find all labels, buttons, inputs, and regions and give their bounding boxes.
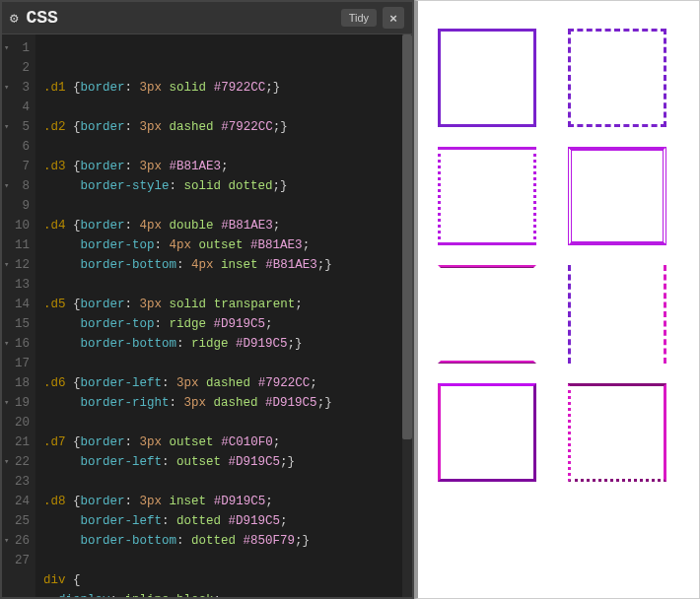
code-line[interactable]: border-bottom: dotted #850F79;} xyxy=(43,531,404,551)
line-number: 22 xyxy=(6,452,30,472)
code-line[interactable]: border-style: solid dotted;} xyxy=(43,176,404,196)
line-number: 11 xyxy=(6,235,30,255)
code-line[interactable] xyxy=(43,354,404,373)
line-number: 20 xyxy=(6,413,30,433)
code-line[interactable]: border-top: ridge #D919C5; xyxy=(43,314,404,334)
line-number: 17 xyxy=(6,354,30,373)
preview-box-d8 xyxy=(568,383,666,482)
preview-box-d1 xyxy=(438,29,536,127)
line-number: 7 xyxy=(6,157,30,176)
code-line[interactable] xyxy=(43,472,404,492)
code-line[interactable] xyxy=(43,551,404,570)
editor-header: ⚙ CSS Tidy × xyxy=(2,2,412,34)
preview-box-d2 xyxy=(568,29,666,127)
gear-icon[interactable]: ⚙ xyxy=(10,10,18,27)
line-number: 15 xyxy=(6,314,30,334)
line-number: 14 xyxy=(6,295,30,314)
close-button[interactable]: × xyxy=(383,7,404,29)
scrollbar-thumb[interactable] xyxy=(402,34,412,439)
code-line[interactable] xyxy=(43,275,404,295)
code-line[interactable]: border-bottom: ridge #D919C5;} xyxy=(43,334,404,354)
scrollbar-track[interactable] xyxy=(402,34,412,597)
preview-row xyxy=(438,265,679,364)
code-line[interactable]: .d4 {border: 4px double #B81AE3; xyxy=(43,216,404,235)
line-number: 4 xyxy=(6,98,30,117)
code-area[interactable]: 1234567891011121314151617181920212223242… xyxy=(2,34,412,597)
preview-box-d3 xyxy=(438,147,536,245)
line-number: 18 xyxy=(6,373,30,393)
preview-box-d6 xyxy=(568,265,666,364)
preview-box-d4 xyxy=(568,147,666,245)
code-line[interactable] xyxy=(43,413,404,433)
panel-title: CSS xyxy=(26,8,340,28)
line-number: 25 xyxy=(6,511,30,531)
line-number: 3 xyxy=(6,78,30,98)
code-line[interactable]: .d7 {border: 3px outset #C010F0; xyxy=(43,433,404,452)
code-line[interactable]: border-right: 3px dashed #D919C5;} xyxy=(43,393,404,413)
code-line[interactable]: .d5 {border: 3px solid transparent; xyxy=(43,295,404,314)
line-number: 12 xyxy=(6,255,30,275)
code-line[interactable]: border-left: outset #D919C5;} xyxy=(43,452,404,472)
code-line[interactable]: border-left: dotted #D919C5; xyxy=(43,511,404,531)
line-number: 19 xyxy=(6,393,30,413)
line-number-gutter: 1234567891011121314151617181920212223242… xyxy=(2,34,35,597)
line-number: 23 xyxy=(6,472,30,492)
code-line[interactable] xyxy=(43,98,404,117)
code-line[interactable]: .d8 {border: 3px inset #D919C5; xyxy=(43,492,404,511)
code-line[interactable] xyxy=(43,196,404,216)
line-number: 2 xyxy=(6,58,30,78)
preview-row xyxy=(438,383,679,482)
line-number: 9 xyxy=(6,196,30,216)
line-number: 13 xyxy=(6,275,30,295)
preview-row xyxy=(438,147,679,245)
preview-row xyxy=(438,29,679,127)
tidy-button[interactable]: Tidy xyxy=(341,9,377,27)
code-line[interactable] xyxy=(43,137,404,157)
code-content[interactable]: .d1 {border: 3px solid #7922CC;} .d2 {bo… xyxy=(35,34,412,597)
code-line[interactable]: .d6 {border-left: 3px dashed #7922CC; xyxy=(43,373,404,393)
css-editor-pane: ⚙ CSS Tidy × 123456789101112131415161718… xyxy=(0,0,414,599)
preview-box-d7 xyxy=(438,383,536,482)
code-line[interactable]: display: inline-block; xyxy=(43,590,404,597)
preview-box-d5 xyxy=(438,265,536,364)
code-line[interactable]: .d3 {border: 3px #B81AE3; xyxy=(43,157,404,176)
line-number: 16 xyxy=(6,334,30,354)
code-line[interactable]: div { xyxy=(43,570,404,590)
line-number: 24 xyxy=(6,492,30,511)
line-number: 1 xyxy=(6,38,30,58)
code-line[interactable]: .d2 {border: 3px dashed #7922CC;} xyxy=(43,117,404,137)
code-line[interactable]: .d1 {border: 3px solid #7922CC;} xyxy=(43,78,404,98)
code-line[interactable]: border-top: 4px outset #B81AE3; xyxy=(43,235,404,255)
preview-pane xyxy=(414,0,700,599)
line-number: 5 xyxy=(6,117,30,137)
line-number: 6 xyxy=(6,137,30,157)
line-number: 26 xyxy=(6,531,30,551)
line-number: 8 xyxy=(6,176,30,196)
line-number: 10 xyxy=(6,216,30,235)
line-number: 27 xyxy=(6,551,30,570)
code-line[interactable]: border-bottom: 4px inset #B81AE3;} xyxy=(43,255,404,275)
line-number: 21 xyxy=(6,433,30,452)
